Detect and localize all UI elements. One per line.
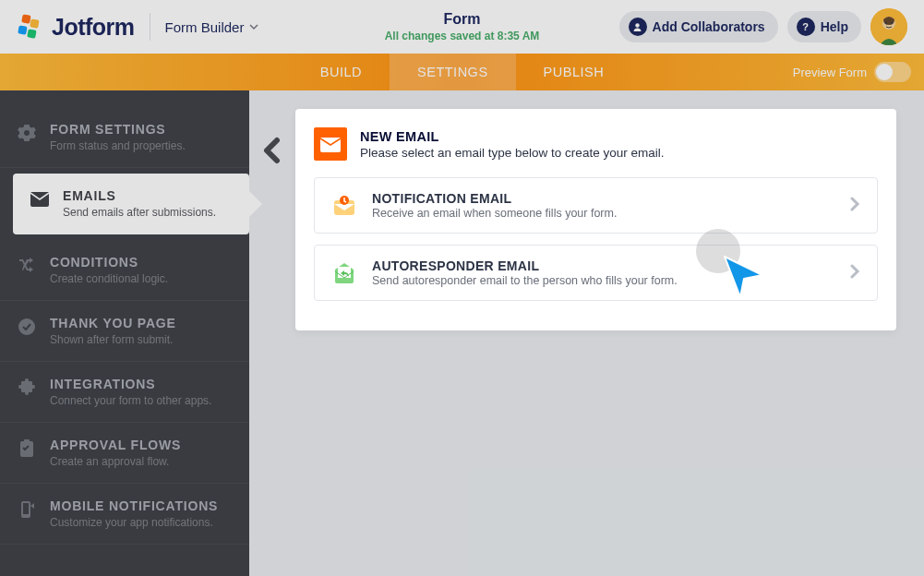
- form-builder-label: Form Builder: [165, 19, 245, 35]
- sidebar-item-desc: Create an approval flow.: [50, 455, 181, 468]
- shuffle-icon: [17, 256, 37, 276]
- sidebar-item-label: INTEGRATIONS: [50, 377, 211, 391]
- tab-publish[interactable]: PUBLISH: [516, 54, 632, 90]
- panel-subtitle: Please select an email type below to cre…: [360, 146, 664, 160]
- option-desc: Send autoresponder email to the person w…: [372, 274, 678, 287]
- add-collab-label: Add Collaborators: [653, 19, 765, 34]
- cursor-icon: [722, 255, 768, 301]
- clipboard-check-icon: [17, 438, 37, 459]
- sidebar-item-label: FORM SETTINGS: [50, 122, 186, 137]
- chevron-left-icon: [262, 137, 282, 164]
- svg-point-9: [18, 318, 35, 335]
- form-title-area[interactable]: Form All changes saved at 8:35 AM: [385, 11, 540, 42]
- help-button[interactable]: ? Help: [787, 11, 861, 42]
- sidebar-item-desc: Connect your form to other apps.: [50, 394, 211, 407]
- tab-settings[interactable]: SETTINGS: [390, 54, 516, 90]
- save-status: All changes saved at 8:35 AM: [385, 30, 540, 42]
- sidebar-item-desc: Shown after form submit.: [50, 333, 176, 346]
- logo[interactable]: Jotform: [17, 13, 135, 41]
- svg-rect-13: [23, 503, 29, 514]
- mobile-icon: [17, 499, 37, 520]
- panel-title: NEW EMAIL: [360, 129, 664, 144]
- inbox-icon: [331, 193, 357, 219]
- sidebar-item-approval-flows[interactable]: APPROVAL FLOWS Create an approval flow.: [0, 423, 249, 484]
- question-icon: ?: [797, 18, 815, 36]
- person-icon: [629, 18, 647, 36]
- svg-point-8: [891, 22, 893, 24]
- sidebar-item-integrations[interactable]: INTEGRATIONS Connect your form to other …: [0, 362, 249, 423]
- option-title: AUTORESPONDER EMAIL: [372, 258, 678, 273]
- sidebar-item-form-settings[interactable]: FORM SETTINGS Form status and properties…: [0, 107, 249, 168]
- panel-header: NEW EMAIL Please select an email type be…: [314, 127, 878, 161]
- svg-rect-11: [24, 439, 30, 443]
- envelope-open-icon: [314, 127, 347, 161]
- chevron-right-icon: [849, 197, 860, 215]
- svg-rect-0: [21, 14, 30, 23]
- sidebar-item-label: EMAILS: [63, 188, 216, 203]
- jotform-logo-icon: [17, 13, 44, 41]
- preview-label: Preview Form: [793, 66, 867, 79]
- svg-rect-2: [18, 25, 27, 34]
- chevron-right-icon: [849, 264, 860, 282]
- new-email-panel: NEW EMAIL Please select an email type be…: [295, 109, 896, 330]
- main-content: NEW EMAIL Please select an email type be…: [249, 90, 924, 576]
- sidebar-item-label: APPROVAL FLOWS: [50, 438, 181, 452]
- notification-email-option[interactable]: NOTIFICATION EMAIL Receive an email when…: [314, 177, 878, 234]
- settings-sidebar: FORM SETTINGS Form status and properties…: [0, 90, 249, 576]
- option-title: NOTIFICATION EMAIL: [372, 191, 617, 206]
- svg-rect-1: [30, 18, 39, 28]
- reply-mail-icon: [331, 260, 357, 286]
- preview-form-toggle[interactable]: Preview Form: [793, 54, 911, 90]
- sidebar-item-desc: Send emails after submissions.: [63, 206, 216, 219]
- gear-icon: [17, 123, 37, 143]
- sidebar-item-label: THANK YOU PAGE: [50, 316, 176, 330]
- sidebar-item-conditions[interactable]: CONDITIONS Create conditional logic.: [0, 240, 249, 301]
- svg-point-7: [885, 22, 887, 24]
- sidebar-item-mobile-notifications[interactable]: MOBILE NOTIFICATIONS Customize your app …: [0, 484, 249, 545]
- puzzle-icon: [17, 378, 37, 398]
- form-builder-dropdown[interactable]: Form Builder: [165, 19, 259, 35]
- logo-text: Jotform: [52, 14, 135, 41]
- sidebar-item-desc: Form status and properties.: [50, 139, 186, 152]
- envelope-icon: [30, 189, 50, 210]
- top-header: Jotform Form Builder Form All changes sa…: [0, 0, 924, 54]
- check-circle-icon: [17, 317, 37, 337]
- tab-build[interactable]: BUILD: [293, 54, 390, 90]
- help-label: Help: [821, 19, 848, 34]
- avatar[interactable]: [870, 8, 907, 45]
- page-title: Form: [385, 11, 540, 28]
- sidebar-item-desc: Customize your app notifications.: [50, 516, 218, 529]
- option-desc: Receive an email when someone fills your…: [372, 207, 617, 220]
- back-button[interactable]: [249, 109, 295, 168]
- sidebar-item-label: CONDITIONS: [50, 255, 168, 270]
- chevron-down-icon: [249, 22, 258, 31]
- header-right: Add Collaborators ? Help: [619, 8, 907, 45]
- sidebar-item-emails[interactable]: EMAILS Send emails after submissions.: [13, 174, 249, 234]
- sidebar-item-thank-you[interactable]: THANK YOU PAGE Shown after form submit.: [0, 301, 249, 362]
- sidebar-item-label: MOBILE NOTIFICATIONS: [50, 498, 218, 513]
- svg-point-4: [635, 23, 639, 27]
- toggle-switch[interactable]: [874, 62, 911, 82]
- main-tabs: BUILD SETTINGS PUBLISH Preview Form: [0, 54, 924, 90]
- svg-rect-10: [20, 441, 33, 457]
- toggle-knob: [876, 64, 893, 80]
- svg-rect-3: [27, 29, 36, 38]
- vertical-divider: [150, 13, 150, 41]
- autoresponder-email-option[interactable]: AUTORESPONDER EMAIL Send autoresponder e…: [314, 245, 878, 301]
- body: FORM SETTINGS Form status and properties…: [0, 90, 924, 576]
- sidebar-item-desc: Create conditional logic.: [50, 272, 168, 285]
- add-collaborators-button[interactable]: Add Collaborators: [619, 11, 778, 42]
